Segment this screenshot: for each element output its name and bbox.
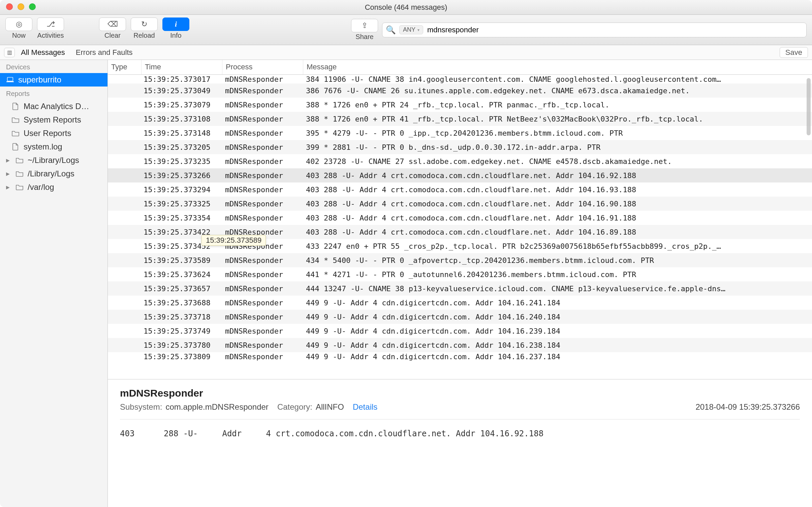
document-icon: [11, 103, 20, 110]
clear-label: Clear: [104, 32, 121, 39]
detail-subsystem: com.apple.mDNSResponder: [165, 402, 268, 412]
search-field-container[interactable]: 🔍 ANY ▾: [382, 23, 807, 37]
cell-message: 402 23728 -U- CNAME 27 ssl.adobe.com.edg…: [303, 157, 812, 166]
cell-message: 384 11906 -U- CNAME 38 in4.googleusercon…: [303, 75, 812, 83]
disclosure-triangle-icon[interactable]: ▶: [6, 171, 11, 176]
detail-title: mDNSResponder: [120, 387, 800, 399]
log-table[interactable]: 15:39:25.373017mDNSResponder384 11906 -U…: [108, 75, 812, 379]
table-row[interactable]: 15:39:25.373624mDNSResponder441 * 4271 -…: [108, 267, 812, 281]
disclosure-triangle-icon[interactable]: ▶: [6, 184, 11, 190]
disclosure-triangle-icon[interactable]: ▶: [6, 158, 11, 163]
reload-label: Reload: [133, 32, 155, 39]
info-button[interactable]: i: [162, 18, 189, 31]
search-scope-any[interactable]: ANY ▾: [399, 25, 423, 34]
clear-button[interactable]: ⌫: [99, 18, 126, 31]
detail-category-label: Category:: [277, 402, 312, 412]
table-row[interactable]: 15:39:25.373017mDNSResponder384 11906 -U…: [108, 75, 812, 83]
cell-process: mDNSResponder: [222, 256, 303, 265]
table-row[interactable]: 15:39:25.373266mDNSResponder403 288 -U- …: [108, 168, 812, 182]
cell-message: 449 9 -U- Addr 4 cdn.digicertcdn.com. Ad…: [303, 352, 812, 361]
activities-button[interactable]: ⎇: [37, 18, 64, 31]
col-message[interactable]: Message: [303, 60, 812, 74]
table-row[interactable]: 15:39:25.373354mDNSResponder403 288 -U- …: [108, 211, 812, 225]
table-row[interactable]: 15:39:25.373148mDNSResponder395 * 4279 -…: [108, 126, 812, 140]
sidebar-log-folder[interactable]: ▶~/Library/Logs: [0, 154, 107, 167]
sidebar-log-folder[interactable]: ▶/Library/Logs: [0, 167, 107, 180]
cell-message: 403 288 -U- Addr 4 crt.comodoca.com.cdn.…: [303, 185, 812, 194]
table-row[interactable]: 15:39:25.373589mDNSResponder434 * 5400 -…: [108, 253, 812, 267]
activities-label: Activities: [37, 32, 64, 39]
detail-details-link[interactable]: Details: [353, 402, 377, 412]
svg-rect-0: [7, 77, 13, 81]
content: Type Time Process Message 15:39:25.37301…: [108, 60, 812, 507]
cell-process: mDNSResponder: [222, 284, 303, 293]
cell-process: mDNSResponder: [222, 270, 303, 279]
cell-time: 15:39:25.373294: [142, 185, 222, 194]
cell-time: 15:39:25.373049: [142, 87, 222, 95]
table-row[interactable]: 15:39:25.373749mDNSResponder449 9 -U- Ad…: [108, 324, 812, 338]
sidebar-item-label: /Library/Logs: [28, 169, 74, 178]
cell-message: 403 288 -U- Addr 4 crt.comodoca.com.cdn.…: [303, 171, 812, 180]
search-input[interactable]: [427, 25, 803, 35]
sidebar-device-item[interactable]: superburrito: [0, 73, 107, 87]
cell-process: mDNSResponder: [222, 129, 303, 137]
sidebar-report-item[interactable]: System Reports: [0, 113, 107, 127]
save-button[interactable]: Save: [780, 47, 808, 58]
table-row[interactable]: 15:39:25.373108mDNSResponder388 * 1726 e…: [108, 112, 812, 126]
col-type[interactable]: Type: [108, 60, 142, 74]
cell-message: 441 * 4271 -U- - PTR 0 _autotunnel6.2042…: [303, 270, 812, 279]
now-button[interactable]: ◎: [5, 18, 32, 31]
table-row[interactable]: 15:39:25.373809mDNSResponder449 9 -U- Ad…: [108, 352, 812, 361]
cell-message: 395 * 4279 -U- - PTR 0 _ipp._tcp.2042012…: [303, 129, 812, 137]
sidebar-report-item[interactable]: Mac Analytics D…: [0, 100, 107, 113]
cell-time: 15:39:25.373148: [142, 129, 222, 137]
folder-icon: [15, 184, 24, 190]
cell-time: 15:39:25.373017: [142, 75, 222, 83]
table-row[interactable]: 15:39:25.373325mDNSResponder403 288 -U- …: [108, 197, 812, 211]
filter-all-messages[interactable]: All Messages: [16, 47, 70, 58]
cell-time: 15:39:25.373657: [142, 284, 222, 293]
reload-button[interactable]: ↻: [131, 18, 158, 31]
cell-message: 386 7676 -U- CNAME 26 su.itunes.apple.co…: [303, 87, 812, 95]
filter-errors-faults[interactable]: Errors and Faults: [71, 47, 137, 58]
table-row[interactable]: 15:39:25.373718mDNSResponder449 9 -U- Ad…: [108, 310, 812, 324]
sidebar-item-label: system.log: [24, 142, 62, 151]
col-time[interactable]: Time: [142, 60, 222, 74]
cell-time: 15:39:25.373749: [142, 327, 222, 335]
sidebar-log-folder[interactable]: ▶/var/log: [0, 180, 107, 194]
cell-time: 15:39:25.373205: [142, 143, 222, 151]
sidebar-reports-header: Reports: [0, 87, 107, 100]
info-icon: i: [175, 20, 177, 29]
share-button[interactable]: ⇪: [351, 19, 378, 32]
sidebar-toggle-button[interactable]: ▥: [4, 48, 15, 57]
table-row[interactable]: 15:39:25.373205mDNSResponder399 * 2881 -…: [108, 140, 812, 154]
time-tooltip: 15:39:25.373589: [201, 235, 266, 246]
cell-time: 15:39:25.373235: [142, 157, 222, 166]
cell-message: 444 13247 -U- CNAME 38 p13-keyvalueservi…: [303, 284, 812, 293]
sidebar-icon: ▥: [7, 49, 12, 56]
cell-message: 449 9 -U- Addr 4 cdn.digicertcdn.com. Ad…: [303, 299, 812, 307]
cell-time: 15:39:25.373718: [142, 313, 222, 321]
table-row[interactable]: 15:39:25.373657mDNSResponder444 13247 -U…: [108, 281, 812, 296]
table-row[interactable]: 15:39:25.373235mDNSResponder402 23728 -U…: [108, 154, 812, 168]
cell-process: mDNSResponder: [222, 115, 303, 123]
cell-process: mDNSResponder: [222, 313, 303, 321]
folder-icon: [11, 130, 20, 136]
sidebar-report-item[interactable]: system.log: [0, 140, 107, 154]
cell-message: 449 9 -U- Addr 4 cdn.digicertcdn.com. Ad…: [303, 341, 812, 349]
scrollbar-thumb[interactable]: [807, 78, 811, 135]
table-row[interactable]: 15:39:25.373049mDNSResponder386 7676 -U-…: [108, 83, 812, 98]
zoom-window-button[interactable]: [29, 3, 36, 10]
table-header: Type Time Process Message: [108, 60, 812, 75]
col-process[interactable]: Process: [222, 60, 303, 74]
traffic-lights: [6, 3, 36, 10]
sidebar-item-label: ~/Library/Logs: [28, 156, 79, 165]
minimize-window-button[interactable]: [18, 3, 24, 10]
table-row[interactable]: 15:39:25.373079mDNSResponder388 * 1726 e…: [108, 98, 812, 112]
sidebar-item-label: User Reports: [24, 129, 71, 138]
table-row[interactable]: 15:39:25.373780mDNSResponder449 9 -U- Ad…: [108, 338, 812, 352]
table-row[interactable]: 15:39:25.373688mDNSResponder449 9 -U- Ad…: [108, 296, 812, 310]
close-window-button[interactable]: [6, 3, 13, 10]
sidebar-report-item[interactable]: User Reports: [0, 127, 107, 140]
table-row[interactable]: 15:39:25.373294mDNSResponder403 288 -U- …: [108, 182, 812, 197]
